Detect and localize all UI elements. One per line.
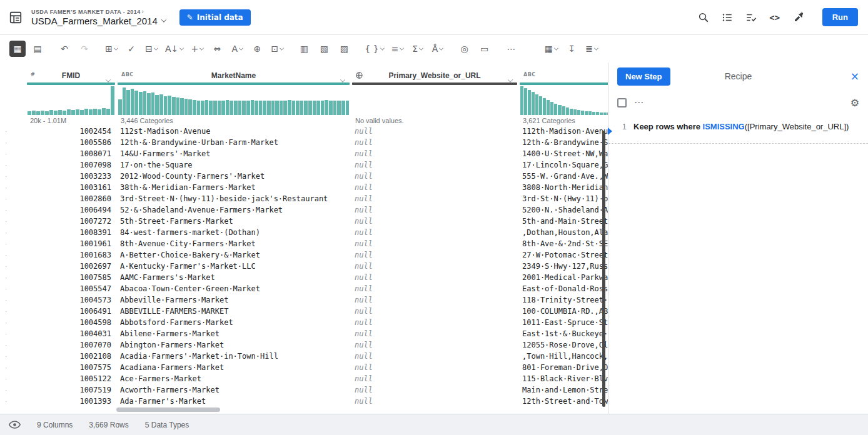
column-histogram[interactable] xyxy=(26,86,116,115)
row-marker[interactable]: · xyxy=(0,162,26,169)
cell-Primary_Website_or_URL[interactable]: null xyxy=(351,159,518,171)
histogram-bar[interactable] xyxy=(308,101,312,115)
cell-Primary_Website_or_URL[interactable]: null xyxy=(351,362,518,373)
cell-FMID[interactable]: 1007519 xyxy=(26,384,116,396)
histogram-bar[interactable] xyxy=(520,86,523,115)
dataset-title-dropdown[interactable]: USDA_Farmers_Market_2014 xyxy=(31,16,166,26)
histogram-bar[interactable] xyxy=(592,112,595,115)
histogram-bar[interactable] xyxy=(134,91,138,115)
histogram-bar[interactable] xyxy=(280,101,283,115)
cell-FMID[interactable]: 1006494 xyxy=(26,204,116,216)
histogram-bar[interactable] xyxy=(230,101,233,115)
histogram-bar[interactable] xyxy=(275,101,279,115)
cell-col4[interactable]: 3808·North·Meridian xyxy=(518,182,608,193)
cell-col4[interactable]: 8th·Ave·&·2nd·St·SE, xyxy=(518,238,608,249)
row-marker[interactable]: · xyxy=(0,364,26,371)
histogram-bar[interactable] xyxy=(603,112,607,115)
cell-Primary_Website_or_URL[interactable]: null xyxy=(351,137,518,148)
cell-col4[interactable]: 115·Black·River·Blvd xyxy=(518,373,608,384)
row-marker[interactable]: · xyxy=(0,353,26,360)
histogram-bar[interactable] xyxy=(313,101,316,115)
row-marker[interactable]: · xyxy=(0,173,26,180)
histogram-bar[interactable] xyxy=(143,91,147,115)
histogram-bar[interactable] xyxy=(581,111,584,115)
cell-col4[interactable]: East·1st·&·Buckeye·S xyxy=(518,328,608,339)
histogram-bar[interactable] xyxy=(63,111,66,115)
column-menu-icon[interactable] xyxy=(508,74,512,85)
cell-FMID[interactable]: 1001393 xyxy=(26,396,116,407)
cell-FMID[interactable]: 1004031 xyxy=(26,328,116,339)
cell-MarketName[interactable]: 17·on·the·Square xyxy=(116,159,351,171)
histogram-bar[interactable] xyxy=(28,111,31,115)
cell-MarketName[interactable]: Acadiana·Farmers·Market xyxy=(116,362,351,373)
list-check-icon[interactable] xyxy=(742,9,760,26)
cell-Primary_Website_or_URL[interactable]: null xyxy=(351,328,518,339)
cell-FMID[interactable]: 1004598 xyxy=(26,317,116,328)
histogram-bar[interactable] xyxy=(193,100,196,115)
row-marker[interactable]: · xyxy=(0,229,26,236)
cell-MarketName[interactable]: Abilene·Farmers·Market xyxy=(116,328,351,339)
undo-icon[interactable]: ↶ xyxy=(56,41,73,57)
cell-MarketName[interactable]: Abington·Farmers·Market xyxy=(116,339,351,351)
histogram-bar[interactable] xyxy=(588,111,592,115)
histogram-bar[interactable] xyxy=(205,100,209,115)
close-icon[interactable]: × xyxy=(850,70,859,82)
pattern-icon[interactable]: { } xyxy=(363,41,385,57)
row-marker[interactable]: · xyxy=(0,376,26,382)
url-type-icon[interactable] xyxy=(356,72,363,80)
cell-col4[interactable]: ,Dothan,Houston,Alab xyxy=(518,227,608,238)
column-menu-icon[interactable] xyxy=(341,74,345,85)
cell-Primary_Website_or_URL[interactable]: null xyxy=(351,126,518,137)
column-name-row[interactable]: ABCMarketName xyxy=(116,69,351,82)
cell-MarketName[interactable]: Ace·Farmers·Market xyxy=(116,373,351,384)
histogram-bar[interactable] xyxy=(539,96,542,115)
histogram-bar[interactable] xyxy=(271,101,275,115)
histogram-bar[interactable] xyxy=(341,101,345,115)
string-type-icon[interactable]: ABC xyxy=(523,72,536,78)
cell-FMID[interactable]: 1007575 xyxy=(26,362,116,373)
cell-MarketName[interactable]: 8th·Avenue·City·Farmers·Market xyxy=(116,238,351,249)
cell-FMID[interactable]: 1004573 xyxy=(26,294,116,306)
cell-col4[interactable]: 3rd·St·N·(Hwy·11)·be xyxy=(518,193,608,204)
row-marker[interactable]: · xyxy=(0,241,26,248)
histogram-bar[interactable] xyxy=(554,104,557,115)
cell-FMID[interactable]: 1002108 xyxy=(26,351,116,362)
histogram-bar[interactable] xyxy=(234,101,238,115)
histogram-bar[interactable] xyxy=(118,99,122,115)
number-type-icon[interactable]: # xyxy=(31,72,35,78)
row-marker[interactable]: · xyxy=(0,297,26,304)
data-quality-bar[interactable] xyxy=(520,82,608,85)
histogram-bar[interactable] xyxy=(226,100,230,115)
cell-Primary_Website_or_URL[interactable]: null xyxy=(351,182,518,193)
cell-Primary_Website_or_URL[interactable]: null xyxy=(351,294,518,306)
cell-MarketName[interactable]: Acworth·Farmers·Market xyxy=(116,384,351,396)
comment-icon[interactable]: ▭ xyxy=(477,41,493,57)
cell-Primary_Website_or_URL[interactable]: null xyxy=(351,238,518,249)
cell-MarketName[interactable]: AAMC·Farmers's·Market xyxy=(116,272,351,283)
cell-MarketName[interactable]: 14&U·Farmers'·Market xyxy=(116,148,351,159)
cell-FMID[interactable]: 1006491 xyxy=(26,306,116,317)
cell-FMID[interactable]: 1002454 xyxy=(26,126,116,137)
histogram-bar[interactable] xyxy=(292,101,296,115)
histogram-bar[interactable] xyxy=(188,99,192,115)
cell-MarketName[interactable]: Acadia·Farmers'·Market·in·Town·Hill xyxy=(116,351,351,362)
cell-FMID[interactable]: 1003233 xyxy=(26,171,116,182)
standardize-icon[interactable]: ✓ xyxy=(123,41,139,57)
merge-values-icon[interactable]: ⊕ xyxy=(249,41,265,57)
cell-MarketName[interactable]: Ada·Farmer's·Market xyxy=(116,396,351,407)
cell-col4[interactable]: 5200·N.·Shadeland·Av xyxy=(518,204,608,216)
cell-Primary_Website_or_URL[interactable]: null xyxy=(351,261,518,272)
cell-col4[interactable]: 12th·Street·and·Town xyxy=(518,396,608,407)
cell-FMID[interactable]: 1007098 xyxy=(26,159,116,171)
column-name-row[interactable]: ABC xyxy=(518,69,608,82)
gear-icon[interactable]: ⚙ xyxy=(850,97,859,109)
pivot-icon[interactable]: ▨ xyxy=(336,41,352,57)
histogram-bar[interactable] xyxy=(67,109,71,115)
histogram-bar[interactable] xyxy=(36,111,40,115)
histogram-bar[interactable] xyxy=(316,101,320,115)
histogram-bar[interactable] xyxy=(45,111,49,115)
display-settings-icon[interactable]: ≣ xyxy=(583,41,600,57)
row-marker[interactable]: · xyxy=(0,286,26,292)
row-marker[interactable]: · xyxy=(0,151,26,158)
histogram-bar[interactable] xyxy=(168,96,171,115)
